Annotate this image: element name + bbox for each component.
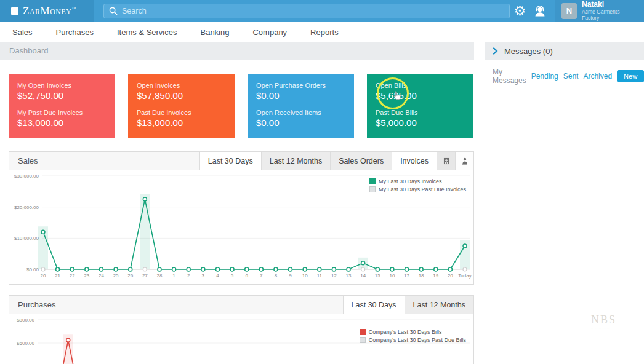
purchases-panel-title: Purchases [9, 296, 343, 314]
search-icon [109, 7, 118, 15]
nav-item-banking[interactable]: Banking [200, 28, 229, 37]
svg-text:4: 4 [216, 273, 219, 279]
svg-text:5: 5 [231, 273, 234, 279]
user-menu[interactable]: N Nataki Acme Garments Factory [555, 0, 644, 22]
legend-swatch [360, 329, 366, 335]
sales-panel: Sales Last 30 DaysLast 12 MonthsSales Or… [9, 151, 474, 285]
legend-swatch [369, 186, 376, 192]
svg-text:15: 15 [375, 273, 380, 279]
purchases-chart: $800.00$600.00$400.00$200.00$0.002021222… [9, 314, 473, 364]
nav-item-items-services[interactable]: Items & Services [117, 28, 177, 37]
purchases-tab-last-12-months[interactable]: Last 12 Months [405, 296, 473, 314]
svg-text:17: 17 [404, 273, 409, 279]
svg-text:1: 1 [172, 273, 175, 279]
kpi-value: $5,625.00 [376, 90, 465, 101]
svg-text:2: 2 [187, 273, 190, 279]
messages-filter-pending[interactable]: Pending [531, 72, 558, 81]
sales-chart-legend: My Last 30 Days InvoicesMy Last 30 Days … [369, 178, 466, 194]
company-view-button[interactable] [437, 152, 455, 170]
nav-item-purchases[interactable]: Purchases [56, 28, 94, 37]
svg-text:16: 16 [389, 273, 395, 279]
messages-filters: My MessagesPendingSentArchivedNew [485, 60, 644, 85]
kpi-value: $5,000.00 [376, 117, 465, 128]
building-icon [442, 157, 451, 165]
svg-text:10: 10 [302, 273, 308, 279]
svg-text:$0.00: $0.00 [26, 267, 39, 272]
svg-text:24: 24 [99, 273, 104, 279]
purchases-panel-header: Purchases Last 30 DaysLast 12 Months [9, 296, 473, 314]
svg-text:21: 21 [55, 273, 60, 279]
svg-text:27: 27 [142, 273, 148, 279]
svg-text:$30,000.00: $30,000.00 [14, 173, 39, 179]
svg-text:8: 8 [275, 273, 278, 279]
messages-filter-my-messages[interactable]: My Messages [493, 68, 526, 85]
messages-header[interactable]: Messages (0) [485, 42, 644, 60]
legend-label: Company's Last 30 Days Bills [369, 329, 442, 335]
purchases-tab-last-30-days[interactable]: Last 30 Days [343, 296, 405, 314]
purchases-chart-legend: Company's Last 30 Days BillsCompany's La… [360, 329, 466, 345]
search-input[interactable] [122, 7, 504, 15]
main-nav: SalesPurchasesItems & ServicesBankingCom… [0, 22, 644, 42]
svg-text:Today: Today [458, 273, 471, 279]
sales-tab-invoices[interactable]: Invoices [392, 152, 437, 170]
breadcrumb: Dashboard [0, 42, 474, 60]
kpi-label: Past Due Bills [376, 109, 465, 116]
svg-text:20: 20 [448, 273, 453, 279]
kpi-card-open-bills[interactable]: Open Bills$5,625.00Past Due Bills$5,000.… [367, 74, 473, 138]
kpi-label: Open Purchase Orders [256, 82, 345, 89]
messages-filter-sent[interactable]: Sent [563, 72, 579, 81]
svg-text:11: 11 [317, 273, 323, 279]
sales-panel-title: Sales [9, 152, 199, 170]
user-name: Nataki [582, 1, 637, 9]
sales-tab-last-12-months[interactable]: Last 12 Months [261, 152, 330, 170]
search-bar[interactable] [103, 4, 510, 18]
chevron-right-icon [493, 47, 499, 55]
legend-item: My Last 30 Days Past Due Invoices [369, 186, 466, 192]
kpi-card-my-open-invoices[interactable]: My Open Invoices$52,750.00My Past Due In… [9, 74, 115, 138]
top-bar: ZarMoney™ ⚙ N Nataki Acme Garments Facto… [0, 0, 644, 22]
legend-item: Company's Last 30 Days Bills [360, 329, 466, 335]
kpi-value: $0.00 [256, 90, 345, 101]
settings-gear-icon[interactable]: ⚙ [510, 0, 530, 22]
legend-swatch [360, 337, 366, 343]
nav-item-reports[interactable]: Reports [310, 28, 339, 37]
svg-text:18: 18 [419, 273, 424, 279]
kpi-label: Open Bills [376, 82, 465, 89]
trademark: ™ [72, 6, 76, 11]
svg-text:13: 13 [346, 273, 352, 279]
svg-text:$10,000.00: $10,000.00 [14, 235, 39, 241]
kpi-value: $13,000.00 [137, 117, 226, 128]
kpi-label: Past Due Invoices [137, 109, 226, 116]
svg-text:23: 23 [84, 273, 89, 279]
sales-tab-sales-orders[interactable]: Sales Orders [330, 152, 392, 170]
nav-item-company[interactable]: Company [252, 28, 287, 37]
sales-panel-header: Sales Last 30 DaysLast 12 MonthsSales Or… [9, 152, 473, 170]
messages-panel: Messages (0) My MessagesPendingSentArchi… [485, 42, 644, 364]
svg-text:14: 14 [360, 273, 366, 279]
logo[interactable]: ZarMoney™ [0, 0, 94, 22]
svg-text:$800.00: $800.00 [17, 317, 34, 323]
sales-tab-last-30-days[interactable]: Last 30 Days [199, 152, 261, 170]
kpi-card-open-invoices[interactable]: Open Invoices$57,850.00Past Due Invoices… [128, 74, 235, 138]
sales-tabs: Last 30 DaysLast 12 MonthsSales OrdersIn… [199, 152, 437, 170]
kpi-value: $57,850.00 [137, 90, 226, 101]
kpi-value: $13,000.00 [17, 117, 107, 128]
svg-text:22: 22 [70, 273, 75, 279]
my-view-button[interactable] [455, 152, 473, 170]
sales-chart: $30,000.00$20,000.00$10,000.00$0.0020212… [9, 170, 473, 284]
purchases-panel: Purchases Last 30 DaysLast 12 Months $80… [9, 295, 474, 364]
watermark: NBS ▪▪▪ ▪▪▪▪▪ ▪▪▪▪▪▪ [591, 314, 616, 330]
kpi-card-open-purchase-orders[interactable]: Open Purchase Orders$0.00Open Received I… [248, 74, 354, 138]
kpi-label: Open Received Items [256, 109, 345, 116]
legend-label: My Last 30 Days Past Due Invoices [379, 186, 466, 192]
support-headset-icon[interactable] [530, 4, 550, 18]
legend-label: My Last 30 Days Invoices [379, 178, 442, 184]
purchases-tabs: Last 30 DaysLast 12 Months [343, 296, 473, 314]
new-message-button[interactable]: New [617, 70, 644, 82]
svg-text:20: 20 [41, 273, 46, 279]
messages-filter-archived[interactable]: Archived [583, 72, 612, 81]
nav-item-sales[interactable]: Sales [12, 28, 33, 37]
watermark-subtext: ▪▪▪ ▪▪▪▪▪ ▪▪▪▪▪▪ [591, 326, 616, 330]
kpi-value: $0.00 [256, 117, 345, 128]
svg-text:26: 26 [127, 273, 133, 279]
